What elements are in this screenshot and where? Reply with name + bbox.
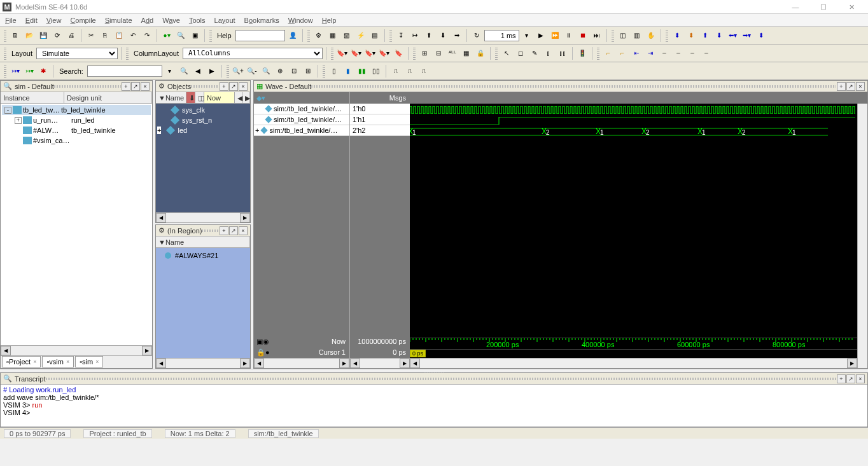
expand-icon[interactable]: + [255,127,259,134]
save-icon[interactable]: 💾 [37,29,50,42]
traffic-icon[interactable]: 🚦 [576,47,589,60]
wave-edge-icon-3[interactable]: ⎍ [417,65,430,78]
sim-col-instance[interactable]: Instance [1,92,64,103]
menu-file[interactable]: File [5,17,17,24]
toolbar-grip[interactable] [666,29,668,42]
run-all-icon[interactable]: ⏩ [549,29,561,42]
wave-format-icon-1[interactable]: ▯ [328,65,340,78]
toolbar-grip[interactable] [413,47,416,60]
tree-row[interactable]: +u_run…run_led [2,115,151,125]
toolbar-grip[interactable] [389,29,392,42]
panel-close-button[interactable]: × [856,374,865,383]
menu-wave[interactable]: Wave [162,17,180,24]
paste-icon[interactable]: 📋 [113,29,125,42]
object-row[interactable]: +led [157,125,249,135]
collapse-all-icon[interactable]: ⊟ [432,47,445,60]
wave-edge-icon-2[interactable]: ⎍ [403,65,416,78]
add-signal-icon-3[interactable]: ✱ [37,65,50,78]
wave-edit-icon-3[interactable]: ⇤ [630,47,643,60]
wave-vscroll[interactable] [857,104,867,368]
select-icon[interactable]: ◻ [514,47,527,60]
zoom-cursor-icon[interactable]: ⊕ [274,65,286,78]
panel-detach-button[interactable]: ↗ [229,226,238,235]
transcript-body[interactable]: # Loading work.run_ledadd wave sim:/tb_l… [1,385,867,427]
panel-add-button[interactable]: + [837,374,846,383]
up-arrow-icon[interactable]: ⬆ [699,29,711,42]
bookmark-icon-2[interactable]: 🔖▾ [350,47,363,60]
print-icon[interactable]: 🖨 [65,29,78,42]
tab-close-icon[interactable]: × [33,359,36,365]
toolbar-grip[interactable] [495,47,498,60]
break-icon[interactable]: ⏸ [563,29,575,42]
tool-icon-5[interactable]: ▤ [368,29,381,42]
expand-icon[interactable]: ⬍ [671,29,683,42]
obj-now-button[interactable]: Now [204,92,235,103]
run-time-units-icon[interactable]: ▾ [521,29,533,42]
tab[interactable]: ▫sim× [75,356,103,367]
props-icon[interactable]: ▣ [188,29,201,42]
down-arrow-icon[interactable]: ⬇ [713,29,725,42]
toolbar-grip[interactable] [209,29,212,42]
search-next-icon[interactable]: ▶ [206,65,218,78]
bookmark-icon-4[interactable]: 🔖▾ [378,47,391,60]
run-restart-icon[interactable]: ↻ [470,29,483,42]
obj-scroll-left[interactable]: ◀ [235,92,242,103]
search-input[interactable] [87,65,162,77]
search-go-icon[interactable]: 🔍 [178,65,190,78]
object-row[interactable]: sys_clk [157,105,249,115]
panel-add-button[interactable]: + [220,82,228,91]
search-dropdown-icon[interactable]: ▾ [164,65,176,78]
wave-format-icon-3[interactable]: ▮▮ [356,65,368,78]
panel-detach-button[interactable]: ↗ [229,82,238,91]
wave-edit-icon-7[interactable]: ⎓ [686,47,699,60]
wave-signal-row[interactable]: sim:/tb_led_twinkle/… [254,104,349,114]
wave-edit-icon-1[interactable]: ⌐ [602,47,615,60]
copy-icon[interactable]: ⎘ [99,29,111,42]
wave-sig-hscroll[interactable]: ◀▶ [254,358,349,368]
scroll-left-icon[interactable]: ◀ [1,346,11,355]
lock-icon[interactable]: 🔒 [474,47,487,60]
radix-icon[interactable]: ᴬᴸᴸ [446,47,459,60]
open-folder-icon[interactable]: 📂 [23,29,36,42]
run-time-input[interactable] [484,30,519,41]
tab[interactable]: ▫vsim× [42,356,74,367]
continue-icon[interactable]: ➡ [451,29,463,42]
step-icon[interactable]: ↧ [395,29,407,42]
undo-icon[interactable]: ↶ [127,29,139,42]
zoom-in-icon[interactable]: 🔍+ [232,65,244,78]
obj-scroll-right[interactable]: ▶ [242,92,250,103]
cut-icon[interactable]: ✂ [85,29,97,42]
wave-row-icons[interactable]: ▣◉ [254,336,273,347]
expand-icon[interactable]: - [4,107,11,114]
panel-close-button[interactable]: × [239,82,248,91]
add-signal-icon-2[interactable]: ↣▾ [23,65,36,78]
step-out-icon[interactable]: ⬆ [423,29,435,42]
toolbar-grip[interactable] [4,65,6,78]
toolbar-grip[interactable] [126,47,129,60]
wave-msg-hscroll[interactable]: ◀▶ [350,358,410,368]
divider-icon[interactable]: ⫿ [542,47,555,60]
menu-edit[interactable]: Edit [25,17,38,24]
expand-icon[interactable]: + [157,127,161,134]
group-icon[interactable]: ⫿⫿ [556,47,569,60]
scroll-right-icon[interactable]: ▶ [142,346,152,355]
obj-filter-1[interactable]: ⬇ [186,92,195,103]
memory-icon[interactable]: ✋ [645,29,657,42]
tab-close-icon[interactable]: × [66,359,69,365]
tool-icon-1[interactable]: ⚙ [312,29,325,42]
compile-icon[interactable]: ●▾ [160,29,173,42]
tab-close-icon[interactable]: × [95,359,99,365]
sim-hscroll[interactable]: ◀ ▶ [1,345,152,355]
menu-help[interactable]: Help [322,17,337,24]
schematic-icon[interactable]: ▥ [631,29,643,42]
wave-edit-icon-6[interactable]: ⎓ [672,47,685,60]
panel-close-button[interactable]: × [239,226,248,235]
toolbar-grip[interactable] [597,47,599,60]
wave-edit-icon-2[interactable]: ⌐ [616,47,629,60]
tree-row[interactable]: #vsim_ca… [2,135,151,146]
zoom-range-icon[interactable]: ⊡ [288,65,300,78]
toolbar-grip[interactable] [323,65,325,78]
region-row[interactable]: #ALWAYS#21 [158,250,248,261]
menu-tools[interactable]: Tools [189,17,206,24]
panel-close-button[interactable]: × [141,82,150,91]
